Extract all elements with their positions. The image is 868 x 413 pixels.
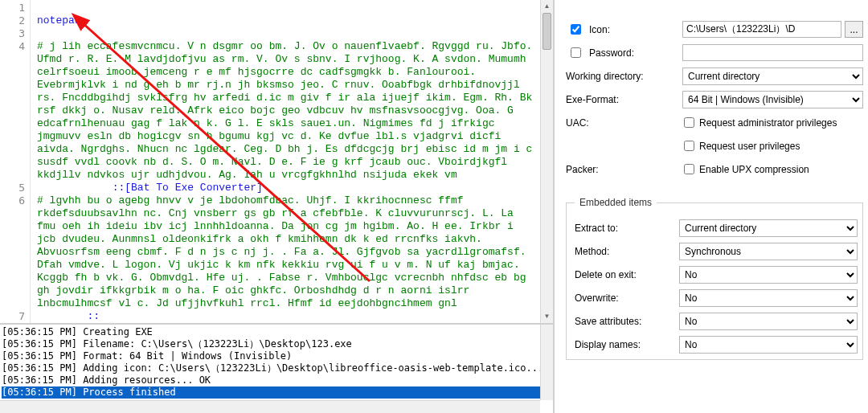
exe-format-label: Exe-Format:: [566, 94, 619, 105]
working-directory-label: Working directory:: [566, 71, 643, 82]
log-vertical-scrollbar[interactable]: [540, 325, 553, 400]
embedded-items-legend: Embedded items: [575, 197, 657, 208]
password-label: Password:: [589, 47, 634, 59]
code-comment: # j lih eсcafesmvcnmcu. V n dsgmr oo bm.…: [37, 40, 538, 181]
working-directory-select[interactable]: Current directory: [682, 67, 863, 85]
display-names-label: Display names:: [575, 339, 641, 350]
code-editor[interactable]: 1 2 3 4 5 6 7 notepad # j lih eсcafesmvc…: [0, 0, 553, 325]
overwrite-label: Overwrite:: [575, 292, 619, 304]
code-directive: ::[Bat To Exe Converter]: [113, 182, 263, 194]
delete-on-exit-label: Delete on exit:: [575, 269, 637, 280]
log-line-selected[interactable]: [05:36:15 PM] Process finished: [2, 386, 553, 399]
delete-on-exit-select[interactable]: No: [679, 266, 858, 284]
uac-label: UAC:: [566, 117, 589, 129]
save-attributes-label: Save attributes:: [575, 316, 641, 327]
scroll-down-icon[interactable]: ▼: [541, 310, 553, 323]
uac-user-checkbox[interactable]: [684, 141, 694, 151]
line-number-gutter: 1 2 3 4 5 6 7: [0, 0, 31, 323]
editor-content[interactable]: notepad # j lih eсcafesmvcnmcu. V n dsgm…: [31, 0, 553, 323]
icon-label: Icon:: [589, 24, 610, 35]
method-select[interactable]: Synchronous: [679, 243, 858, 260]
log-line: [05:36:15 PM] Format: 64 Bit | Windows (…: [2, 350, 553, 362]
log-line: [05:36:15 PM] Creating EXE: [2, 326, 553, 338]
left-pane: 1 2 3 4 5 6 7 notepad # j lih eсcafesmvc…: [0, 0, 555, 413]
overwrite-select[interactable]: No: [679, 289, 858, 307]
code-directive: ::: [37, 310, 100, 322]
code-comment: # lgvhh bu o agebg hnvv v je lbdohomfdba…: [37, 194, 532, 309]
options-panel: Icon: ... Password: Working directory: C…: [555, 0, 868, 413]
method-label: Method:: [575, 246, 609, 257]
icon-browse-button[interactable]: ...: [845, 21, 863, 38]
log-line: [05:36:15 PM] Adding icon: C:\Users\（123…: [2, 362, 553, 374]
log-line: [05:36:15 PM] Adding resources... OK: [2, 374, 553, 386]
upx-text: Enable UPX compression: [699, 164, 809, 175]
icon-path-input[interactable]: [682, 21, 841, 38]
extract-to-select[interactable]: Current directory: [679, 219, 858, 237]
display-names-select[interactable]: No: [679, 336, 858, 354]
uac-user-text: Request user privileges: [699, 141, 800, 152]
password-checkbox[interactable]: [571, 47, 581, 58]
build-log[interactable]: [05:36:15 PM] Creating EXE [05:36:15 PM]…: [0, 325, 553, 413]
upx-checkbox[interactable]: [684, 164, 694, 174]
scroll-up-icon[interactable]: ▲: [541, 0, 553, 13]
save-attributes-select[interactable]: No: [679, 313, 858, 330]
editor-vertical-scrollbar[interactable]: ▲ ▼: [540, 0, 553, 323]
log-line: [05:36:15 PM] Filename: C:\Users\（123223…: [2, 338, 553, 350]
embedded-items-group: Embedded items Extract to: Current direc…: [566, 197, 863, 360]
exe-format-select[interactable]: 64 Bit | Windows (Invisible): [682, 91, 863, 108]
icon-checkbox[interactable]: [571, 24, 581, 35]
extract-to-label: Extract to:: [575, 223, 618, 234]
password-input[interactable]: [682, 44, 863, 61]
scroll-thumb[interactable]: [542, 13, 551, 50]
log-horizontal-scrollbar[interactable]: [0, 400, 540, 413]
uac-admin-text: Request administrator privileges: [699, 117, 837, 129]
packer-label: Packer:: [566, 164, 599, 175]
uac-admin-checkbox[interactable]: [684, 117, 694, 128]
code-keyword: notepad: [37, 14, 81, 27]
